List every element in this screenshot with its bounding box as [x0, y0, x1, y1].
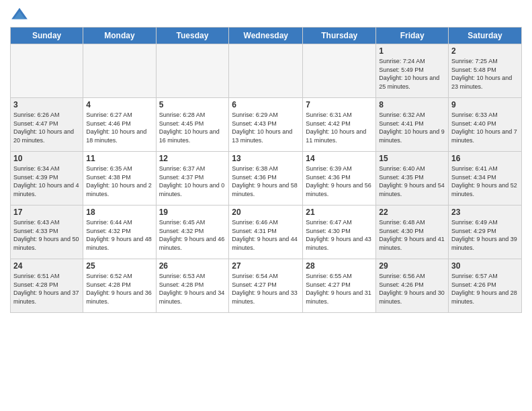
day-number: 1	[379, 46, 445, 56]
day-info: Sunrise: 6:32 AM Sunset: 4:41 PM Dayligh…	[379, 111, 445, 144]
day-number: 30	[451, 261, 519, 271]
day-number: 21	[306, 208, 373, 217]
calendar-table: SundayMondayTuesdayWednesdayThursdayFrid…	[10, 27, 522, 313]
calendar-week-2: 10Sunrise: 6:34 AM Sunset: 4:39 PM Dayli…	[11, 152, 522, 205]
day-number: 7	[306, 100, 373, 109]
header	[10, 7, 522, 21]
day-number: 27	[232, 261, 300, 271]
logo-icon	[10, 7, 29, 21]
day-number: 5	[159, 100, 226, 109]
day-info: Sunrise: 7:24 AM Sunset: 5:49 PM Dayligh…	[379, 57, 445, 91]
day-info: Sunrise: 6:33 AM Sunset: 4:40 PM Dayligh…	[451, 111, 519, 144]
day-number: 23	[451, 208, 519, 217]
day-info: Sunrise: 6:40 AM Sunset: 4:35 PM Dayligh…	[379, 165, 445, 198]
day-number: 29	[379, 261, 445, 271]
day-number: 10	[13, 154, 80, 163]
day-info: Sunrise: 6:37 AM Sunset: 4:37 PM Dayligh…	[159, 165, 226, 198]
calendar-cell	[229, 44, 303, 98]
calendar-cell: 27Sunrise: 6:54 AM Sunset: 4:27 PM Dayli…	[229, 259, 303, 313]
calendar-cell: 16Sunrise: 6:41 AM Sunset: 4:34 PM Dayli…	[449, 152, 522, 205]
calendar-week-3: 17Sunrise: 6:43 AM Sunset: 4:33 PM Dayli…	[11, 205, 522, 259]
day-number: 17	[13, 208, 80, 217]
calendar-cell	[156, 44, 229, 98]
day-number: 3	[13, 100, 80, 109]
calendar-cell: 12Sunrise: 6:37 AM Sunset: 4:37 PM Dayli…	[156, 152, 229, 205]
calendar-cell: 4Sunrise: 6:27 AM Sunset: 4:46 PM Daylig…	[83, 98, 156, 152]
day-info: Sunrise: 6:54 AM Sunset: 4:27 PM Dayligh…	[232, 272, 300, 306]
calendar-cell: 22Sunrise: 6:48 AM Sunset: 4:30 PM Dayli…	[376, 205, 449, 259]
day-info: Sunrise: 6:31 AM Sunset: 4:42 PM Dayligh…	[306, 111, 373, 144]
day-info: Sunrise: 6:34 AM Sunset: 4:39 PM Dayligh…	[13, 165, 80, 198]
day-info: Sunrise: 6:28 AM Sunset: 4:45 PM Dayligh…	[159, 111, 226, 144]
day-header-saturday: Saturday	[449, 28, 522, 44]
day-number: 14	[306, 154, 373, 163]
calendar-cell: 15Sunrise: 6:40 AM Sunset: 4:35 PM Dayli…	[376, 152, 449, 205]
calendar-cell: 21Sunrise: 6:47 AM Sunset: 4:30 PM Dayli…	[303, 205, 376, 259]
day-header-wednesday: Wednesday	[229, 28, 303, 44]
day-info: Sunrise: 6:56 AM Sunset: 4:26 PM Dayligh…	[379, 272, 445, 306]
day-header-monday: Monday	[83, 28, 156, 44]
calendar-cell	[11, 44, 83, 98]
day-info: Sunrise: 6:46 AM Sunset: 4:31 PM Dayligh…	[232, 218, 300, 252]
day-number: 25	[86, 261, 152, 271]
day-number: 20	[232, 208, 300, 217]
calendar-cell: 3Sunrise: 6:26 AM Sunset: 4:47 PM Daylig…	[11, 98, 83, 152]
day-header-friday: Friday	[376, 28, 449, 44]
calendar-cell: 28Sunrise: 6:55 AM Sunset: 4:27 PM Dayli…	[303, 259, 376, 313]
calendar-cell: 5Sunrise: 6:28 AM Sunset: 4:45 PM Daylig…	[156, 98, 229, 152]
calendar-cell: 29Sunrise: 6:56 AM Sunset: 4:26 PM Dayli…	[376, 259, 449, 313]
calendar-cell: 20Sunrise: 6:46 AM Sunset: 4:31 PM Dayli…	[229, 205, 303, 259]
day-info: Sunrise: 6:44 AM Sunset: 4:32 PM Dayligh…	[86, 218, 152, 252]
page: SundayMondayTuesdayWednesdayThursdayFrid…	[0, 0, 532, 411]
day-info: Sunrise: 6:51 AM Sunset: 4:28 PM Dayligh…	[13, 272, 80, 306]
day-number: 19	[159, 208, 226, 217]
day-info: Sunrise: 6:26 AM Sunset: 4:47 PM Dayligh…	[13, 111, 80, 144]
calendar-cell: 18Sunrise: 6:44 AM Sunset: 4:32 PM Dayli…	[83, 205, 156, 259]
calendar-cell: 1Sunrise: 7:24 AM Sunset: 5:49 PM Daylig…	[376, 44, 449, 98]
day-info: Sunrise: 6:45 AM Sunset: 4:32 PM Dayligh…	[159, 218, 226, 252]
calendar-cell: 13Sunrise: 6:38 AM Sunset: 4:36 PM Dayli…	[229, 152, 303, 205]
day-info: Sunrise: 6:47 AM Sunset: 4:30 PM Dayligh…	[306, 218, 373, 252]
day-info: Sunrise: 6:52 AM Sunset: 4:28 PM Dayligh…	[86, 272, 152, 306]
calendar-cell: 6Sunrise: 6:29 AM Sunset: 4:43 PM Daylig…	[229, 98, 303, 152]
day-info: Sunrise: 6:38 AM Sunset: 4:36 PM Dayligh…	[232, 165, 300, 198]
day-number: 28	[306, 261, 373, 271]
day-number: 16	[451, 154, 519, 163]
calendar-cell: 7Sunrise: 6:31 AM Sunset: 4:42 PM Daylig…	[303, 98, 376, 152]
calendar-cell: 10Sunrise: 6:34 AM Sunset: 4:39 PM Dayli…	[11, 152, 83, 205]
calendar-cell: 17Sunrise: 6:43 AM Sunset: 4:33 PM Dayli…	[11, 205, 83, 259]
calendar-cell: 19Sunrise: 6:45 AM Sunset: 4:32 PM Dayli…	[156, 205, 229, 259]
day-number: 13	[232, 154, 300, 163]
calendar-header-row: SundayMondayTuesdayWednesdayThursdayFrid…	[11, 28, 522, 44]
day-number: 9	[451, 100, 519, 109]
day-number: 12	[159, 154, 226, 163]
calendar-cell: 2Sunrise: 7:25 AM Sunset: 5:48 PM Daylig…	[449, 44, 522, 98]
day-info: Sunrise: 6:27 AM Sunset: 4:46 PM Dayligh…	[86, 111, 152, 144]
day-header-thursday: Thursday	[303, 28, 376, 44]
day-info: Sunrise: 6:43 AM Sunset: 4:33 PM Dayligh…	[13, 218, 80, 252]
calendar-cell	[303, 44, 376, 98]
calendar-cell	[83, 44, 156, 98]
day-info: Sunrise: 6:48 AM Sunset: 4:30 PM Dayligh…	[379, 218, 445, 252]
day-header-tuesday: Tuesday	[156, 28, 229, 44]
calendar-cell: 24Sunrise: 6:51 AM Sunset: 4:28 PM Dayli…	[11, 259, 83, 313]
day-info: Sunrise: 6:35 AM Sunset: 4:38 PM Dayligh…	[86, 165, 152, 198]
day-header-sunday: Sunday	[11, 28, 83, 44]
day-info: Sunrise: 6:29 AM Sunset: 4:43 PM Dayligh…	[232, 111, 300, 144]
day-number: 2	[451, 46, 519, 56]
day-info: Sunrise: 6:57 AM Sunset: 4:26 PM Dayligh…	[451, 272, 519, 306]
day-info: Sunrise: 7:25 AM Sunset: 5:48 PM Dayligh…	[451, 57, 519, 91]
logo	[10, 7, 32, 21]
day-number: 22	[379, 208, 445, 217]
day-number: 26	[159, 261, 226, 271]
day-number: 18	[86, 208, 152, 217]
calendar-week-1: 3Sunrise: 6:26 AM Sunset: 4:47 PM Daylig…	[11, 98, 522, 152]
day-info: Sunrise: 6:55 AM Sunset: 4:27 PM Dayligh…	[306, 272, 373, 306]
calendar-week-4: 24Sunrise: 6:51 AM Sunset: 4:28 PM Dayli…	[11, 259, 522, 313]
day-number: 8	[379, 100, 445, 109]
calendar-cell: 8Sunrise: 6:32 AM Sunset: 4:41 PM Daylig…	[376, 98, 449, 152]
day-number: 15	[379, 154, 445, 163]
calendar-cell: 11Sunrise: 6:35 AM Sunset: 4:38 PM Dayli…	[83, 152, 156, 205]
day-info: Sunrise: 6:53 AM Sunset: 4:28 PM Dayligh…	[159, 272, 226, 306]
day-info: Sunrise: 6:39 AM Sunset: 4:36 PM Dayligh…	[306, 165, 373, 198]
